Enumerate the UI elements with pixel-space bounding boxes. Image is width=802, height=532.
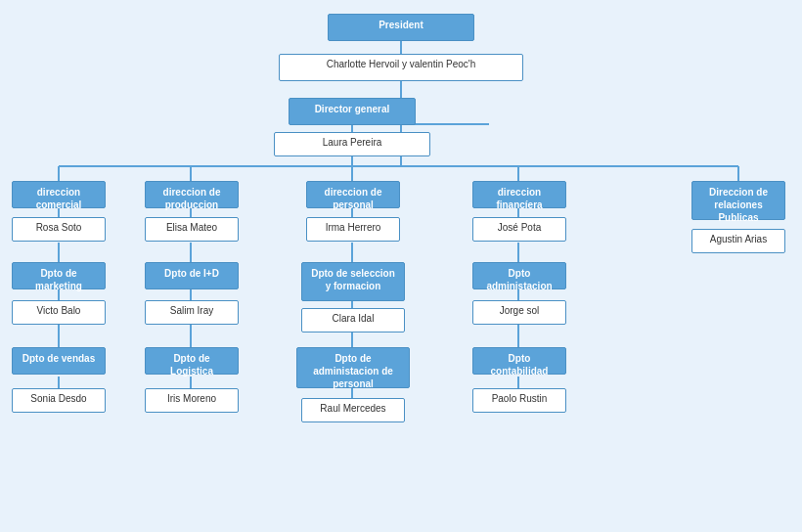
- dir-comercial-label-box: direccion comercial: [12, 181, 106, 208]
- dpto-marketing-name-box: Victo Balo: [12, 300, 106, 325]
- director-label-box: Director general: [289, 98, 416, 125]
- dpto-vendas-name: Sonia Desdo: [30, 393, 86, 404]
- dir-financiera-label-box: direccion financíera: [472, 181, 566, 208]
- dpto-seleccion-name-box: Clara Idal: [301, 308, 405, 332]
- dpto-administacion-name: Jorge sol: [500, 305, 540, 316]
- director-name-box: Laura Pereira: [274, 132, 430, 156]
- dpto-contabilidad-label-box: Dpto contabilidad: [472, 347, 566, 375]
- dpto-id-label-box: Dpto de I+D: [145, 262, 239, 289]
- dpto-logistica-name: Iris Moreno: [167, 393, 216, 404]
- dpto-contabilidad-name: Paolo Rustin: [492, 393, 548, 404]
- dir-relaciones-label-box: Direccion de relaciones Publicas: [691, 181, 785, 220]
- dir-comercial-label: direccion comercial: [36, 187, 82, 210]
- dpto-marketing-name: Victo Balo: [37, 305, 81, 316]
- director-name: Laura Pereira: [323, 137, 382, 148]
- dpto-administacion-label: Dpto administacion: [486, 268, 552, 291]
- dpto-id-label: Dpto de I+D: [164, 268, 219, 279]
- dpto-vendas-label: Dpto de vendas: [22, 353, 95, 364]
- org-chart: President Charlotte Hervoil y valentin P…: [0, 0, 802, 532]
- president-name: Charlotte Hervoil y valentin Peoc'h: [327, 59, 476, 69]
- dir-produccion-name-box: Elisa Mateo: [145, 217, 239, 242]
- dpto-contabilidad-name-box: Paolo Rustin: [472, 388, 566, 413]
- dpto-adm-personal-name: Raul Mercedes: [320, 403, 385, 414]
- dpto-administacion-label-box: Dpto administacion: [472, 262, 566, 289]
- dpto-adm-personal-label-box: Dpto de administacion de personal: [296, 347, 410, 388]
- dpto-vendas-name-box: Sonia Desdo: [12, 388, 106, 413]
- dir-relaciones-name-box: Agustin Arias: [691, 229, 785, 253]
- dir-financiera-name: José Pota: [498, 222, 541, 233]
- dir-relaciones-name: Agustin Arias: [710, 234, 767, 244]
- dir-financiera-name-box: José Pota: [472, 217, 566, 242]
- dpto-logistica-name-box: Iris Moreno: [145, 388, 239, 413]
- dpto-adm-personal-name-box: Raul Mercedes: [301, 398, 405, 422]
- dir-personal-label: direccion de personal: [325, 187, 382, 210]
- dir-produccion-name: Elisa Mateo: [166, 222, 217, 233]
- dpto-seleccion-name: Clara Idal: [333, 313, 375, 324]
- dir-produccion-label: direccion de produccion: [163, 187, 221, 210]
- dpto-logistica-label-box: Dpto de Logistica: [145, 347, 239, 375]
- dpto-vendas-label-box: Dpto de vendas: [12, 347, 106, 375]
- president-name-box: Charlotte Hervoil y valentin Peoc'h: [279, 54, 523, 81]
- dpto-seleccion-label: Dpto de seleccion y formacion: [311, 268, 395, 291]
- president-label: President: [379, 20, 423, 30]
- dir-comercial-name-box: Rosa Soto: [12, 217, 106, 242]
- dpto-marketing-label: Dpto de marketing: [35, 268, 82, 291]
- director-label: Director general: [315, 104, 390, 114]
- dpto-contabilidad-label: Dpto contabilidad: [491, 353, 549, 377]
- president-label-box: President: [328, 14, 474, 41]
- dpto-id-name-box: Salim Iray: [145, 300, 239, 325]
- dpto-adm-personal-label: Dpto de administacion de personal: [313, 353, 393, 389]
- dir-produccion-label-box: direccion de produccion: [145, 181, 239, 208]
- dpto-administacion-name-box: Jorge sol: [472, 300, 566, 325]
- dir-financiera-label: direccion financíera: [496, 187, 542, 210]
- dir-relaciones-label: Direccion de relaciones Publicas: [709, 187, 768, 223]
- dpto-logistica-label: Dpto de Logistica: [170, 353, 213, 377]
- dir-personal-name: Irma Herrero: [326, 222, 381, 233]
- dir-personal-label-box: direccion de personal: [306, 181, 400, 208]
- dpto-marketing-label-box: Dpto de marketing: [12, 262, 106, 289]
- dpto-seleccion-label-box: Dpto de seleccion y formacion: [301, 262, 405, 301]
- dir-personal-name-box: Irma Herrero: [306, 217, 400, 242]
- dpto-id-name: Salim Iray: [170, 305, 213, 316]
- dir-comercial-name: Rosa Soto: [36, 222, 82, 233]
